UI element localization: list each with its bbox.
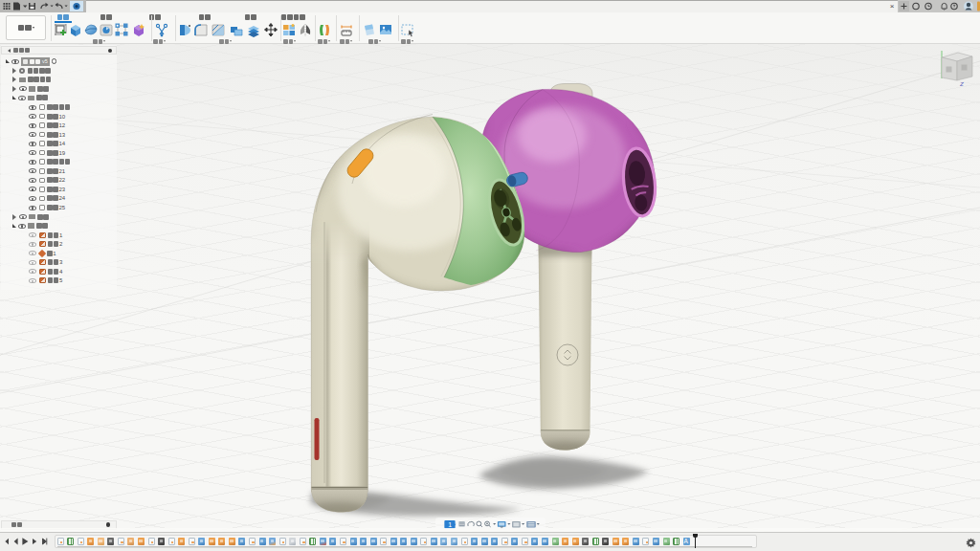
svg-text:1: 1 [448, 520, 452, 527]
svg-text:z: z [959, 79, 964, 88]
